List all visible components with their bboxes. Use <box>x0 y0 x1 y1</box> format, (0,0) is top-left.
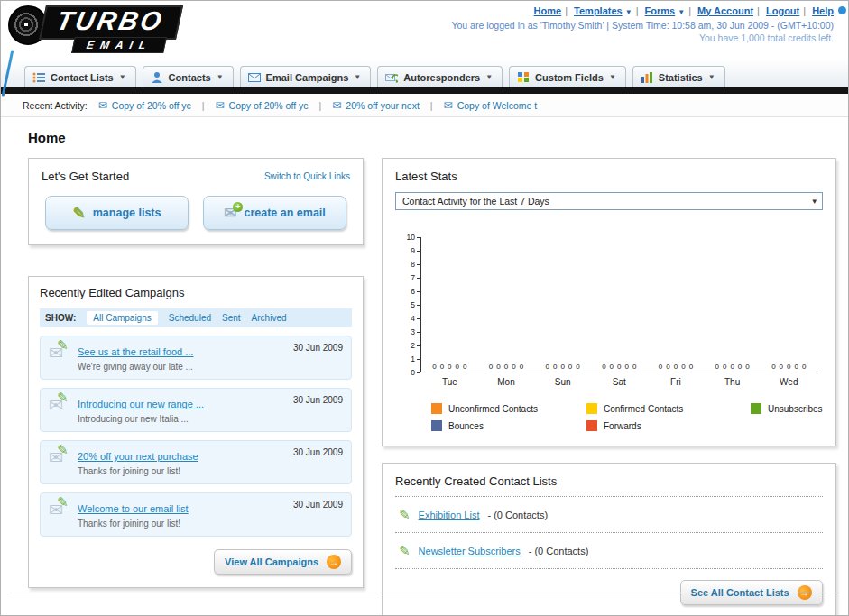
tab-contacts[interactable]: Contacts ▼ <box>143 66 234 87</box>
chart-value-label: 0 <box>689 363 693 371</box>
legend-item: Unconfirmed Contacts <box>431 403 586 414</box>
envelope-icon: ✉ <box>98 100 107 111</box>
filter-scheduled[interactable]: Scheduled <box>169 313 211 323</box>
envelope-plus-icon: ✉+ <box>224 206 236 221</box>
top-link-forms[interactable]: Forms <box>645 5 676 16</box>
legend-label: Forwards <box>604 421 641 431</box>
chart-value-label: 0 <box>546 363 549 371</box>
contact-list-link[interactable]: Newsletter Subscribers <box>419 546 521 556</box>
chevron-down-icon: ▼ <box>609 73 616 81</box>
chart-value-label: 0 <box>553 363 557 371</box>
top-nav: Home| Templates ▼| Forms ▼| My Account| … <box>451 5 834 16</box>
top-link-help[interactable]: Help <box>812 5 834 16</box>
login-info: You are logged in as 'Timothy Smith' | S… <box>451 20 834 31</box>
chart-value-label: 0 <box>512 363 515 371</box>
top-link-home[interactable]: Home <box>534 5 562 16</box>
turbo-email-logo: TURBO EMAIL <box>8 5 180 53</box>
chart-value-label: 0 <box>787 363 790 371</box>
chart-value-label: 0 <box>738 363 742 371</box>
campaign-subtitle: Introducing our new Italia ... <box>78 414 286 424</box>
chart-value-label: 0 <box>681 363 685 371</box>
chevron-down-icon: ▼ <box>354 73 361 81</box>
create-email-button[interactable]: ✉+ create an email <box>203 196 346 230</box>
campaign-link[interactable]: Welcome to our email list <box>78 503 189 514</box>
chart-value-group: 00000 <box>648 363 705 371</box>
campaign-subtitle: Thanks for joining our list! <box>78 519 286 529</box>
campaign-link[interactable]: 20% off your next purchase <box>78 451 198 462</box>
tab-label: Contact Lists <box>51 72 114 83</box>
campaign-date: 30 Jun 2009 <box>293 343 343 372</box>
view-all-campaigns-button[interactable]: View All Campaigns → <box>214 549 352 575</box>
tab-custom-fields[interactable]: Custom Fields ▼ <box>509 66 626 87</box>
chart-legend: Unconfirmed Contacts Confirmed Contacts … <box>431 403 823 431</box>
chart-value-group: 00000 <box>704 363 761 371</box>
tab-statistics[interactable]: Statistics ▼ <box>632 66 725 87</box>
top-link-templates[interactable]: Templates <box>574 5 623 16</box>
tab-label: Contacts <box>169 72 211 83</box>
manage-lists-button[interactable]: ✎ manage lists <box>45 196 189 230</box>
tab-autoresponders[interactable]: Autoresponders ▼ <box>377 66 503 87</box>
campaign-link[interactable]: Introducing our new range ... <box>78 399 204 409</box>
dotted-divider <box>395 496 823 497</box>
chart-value-label: 0 <box>568 363 572 371</box>
chart-value-label: 0 <box>560 363 564 371</box>
chevron-down-icon: ▼ <box>811 198 818 206</box>
chart-value-label: 0 <box>448 363 451 371</box>
campaign-list-item: ✉✎ 20% off your next purchase Thanks for… <box>40 440 352 484</box>
chart-value-label: 0 <box>771 363 775 371</box>
contact-list-item: ✎ Exhibition List - (0 Contacts) <box>395 505 823 524</box>
chevron-down-icon: ▼ <box>485 73 493 81</box>
recent-activity-item[interactable]: ✉Copy of Welcome t <box>444 100 538 111</box>
contact-lists-icon <box>32 71 45 83</box>
show-label: SHOW: <box>45 313 76 323</box>
legend-label: Unconfirmed Contacts <box>448 404 538 414</box>
chart-value-label: 0 <box>602 363 605 371</box>
campaign-list-item: ✉✎ Welcome to our email list Thanks for … <box>40 492 352 537</box>
legend-swatch-forwards <box>586 420 597 431</box>
filter-all-campaigns[interactable]: All Campaigns <box>87 311 157 325</box>
recent-activity-item[interactable]: ✉20% off your next <box>332 100 420 111</box>
chart-value-label: 0 <box>659 363 662 371</box>
contact-list-count: - (0 Contacts) <box>487 510 548 520</box>
contact-list-count: - (0 Contacts) <box>529 546 589 556</box>
legend-label: Bounces <box>448 421 484 431</box>
campaign-date: 30 Jun 2009 <box>293 500 343 529</box>
contact-list-link[interactable]: Exhibition List <box>419 510 480 520</box>
chevron-down-icon: ▼ <box>678 8 685 16</box>
top-link-logout[interactable]: Logout <box>766 5 799 16</box>
recent-activity-item[interactable]: ✉Copy of 20% off yc <box>216 100 309 111</box>
stats-period-dropdown[interactable]: Contact Activity for the Last 7 Days ▼ <box>395 192 823 210</box>
tab-contact-lists[interactable]: Contact Lists ▼ <box>24 66 136 87</box>
filter-sent[interactable]: Sent <box>222 313 241 323</box>
campaign-edit-icon: ✉✎ <box>49 500 78 529</box>
chart-value-label: 0 <box>723 363 726 371</box>
campaign-edit-icon: ✉✎ <box>49 343 78 372</box>
campaign-link[interactable]: See us at the retail food ... <box>78 346 193 357</box>
chart-value-group: 00000 <box>761 363 817 371</box>
stats-period-value: Contact Activity for the Last 7 Days <box>402 196 549 207</box>
switch-quick-links-link[interactable]: Switch to Quick Links <box>264 171 350 181</box>
chart-x-label: Mon <box>478 377 535 387</box>
tab-label: Email Campaigns <box>266 72 349 83</box>
chart-value-label: 0 <box>802 363 806 371</box>
page-title: Home <box>28 130 823 145</box>
chart-value-label: 0 <box>496 363 500 371</box>
pencil-icon: ✎ <box>399 544 411 557</box>
chart-value-label: 0 <box>715 363 718 371</box>
logo-text-turbo: TURBO <box>39 5 183 40</box>
tab-email-campaigns[interactable]: Email Campaigns ▼ <box>240 66 372 87</box>
legend-item: Confirmed Contacts <box>586 403 751 414</box>
top-link-my-account[interactable]: My Account <box>697 5 753 16</box>
campaign-list-item: ✉✎ See us at the retail food ... We're g… <box>40 336 352 380</box>
latest-stats-panel: Latest Stats Contact Activity for the La… <box>382 158 836 446</box>
filter-archived[interactable]: Archived <box>252 313 287 323</box>
chart-x-label: Fri <box>648 377 705 387</box>
autoresponders-icon <box>385 71 398 83</box>
recent-activity-label: Recent Activity: <box>23 100 88 111</box>
credits-info: You have 1,000 total credits left. <box>451 32 834 43</box>
chart-y-axis: 109876543210 <box>402 237 420 372</box>
custom-fields-icon <box>517 71 530 83</box>
recent-activity-item[interactable]: ✉Copy of 20% off yc <box>98 100 191 111</box>
chart-plot-area: 00000000000000000000000000000000000 <box>420 237 817 372</box>
get-started-title: Let's Get Started <box>42 170 129 183</box>
